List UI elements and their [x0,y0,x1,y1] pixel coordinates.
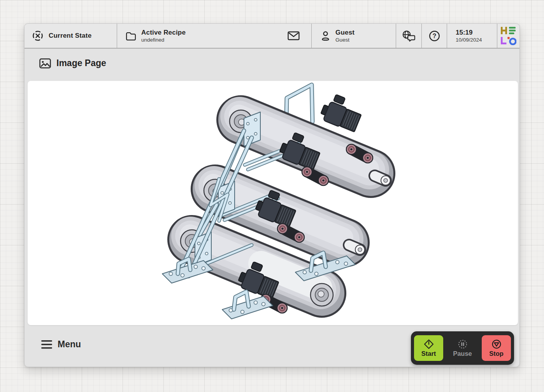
base-plate-left [162,259,213,283]
logo-letter-o [510,38,516,44]
motor-top-rear [319,92,365,133]
folder-icon [126,32,136,40]
date-value: 10/09/2024 [456,37,482,43]
page-header: Image Page [25,49,519,75]
clock-section: 15:19 10/09/2024 [447,24,497,48]
menu-label: Menu [58,339,81,350]
logo-letter-e [509,27,516,34]
pause-label: Pause [453,350,472,357]
start-button[interactable]: Start [414,335,443,361]
logo-dot-i [507,37,509,39]
language-chat-button[interactable] [396,24,421,48]
stop-button[interactable]: Stop [482,335,511,361]
help-icon: ? [428,30,441,42]
messages-button[interactable] [288,31,300,40]
page-title: Image Page [56,58,106,68]
user-role: Guest [335,37,354,43]
svg-text:?: ? [432,33,436,39]
menu-button[interactable]: Menu [41,339,81,350]
time-value: 15:19 [456,29,472,37]
current-state-icon [32,30,44,42]
user-section[interactable]: Guest Guest [311,24,396,48]
current-state-label: Current State [49,32,91,40]
help-button[interactable]: ? [421,24,447,48]
start-icon [423,339,434,350]
envelope-icon [288,31,300,40]
globe-chat-icon [402,30,416,42]
conveyor-figure [28,81,518,325]
user-name: Guest [335,29,354,37]
active-recipe-section[interactable]: Active Recipe undefined [117,24,311,48]
top-status-bar: Current State Active Recipe undefined [25,24,519,49]
pause-icon [457,339,468,350]
active-recipe-value: undefined [141,37,186,43]
bottom-bar: Menu Start Pause [25,325,519,367]
current-state-section[interactable]: Current State [25,24,117,48]
pause-button[interactable]: Pause [443,335,482,361]
active-recipe-title: Active Recipe [141,29,186,37]
logo-letter-l [501,37,506,44]
brand-section [497,24,519,48]
image-panel [28,81,518,325]
image-icon [39,58,51,68]
helio-logo [501,26,516,45]
hamburger-icon [41,340,52,349]
stop-label: Stop [489,350,504,357]
person-icon [320,30,331,41]
logo-letter-h [501,27,507,34]
stop-icon [491,339,502,350]
machine-control-cluster: Start Pause Stop [411,331,514,365]
hmi-window: Current State Active Recipe undefined [24,23,520,367]
start-label: Start [421,350,436,357]
